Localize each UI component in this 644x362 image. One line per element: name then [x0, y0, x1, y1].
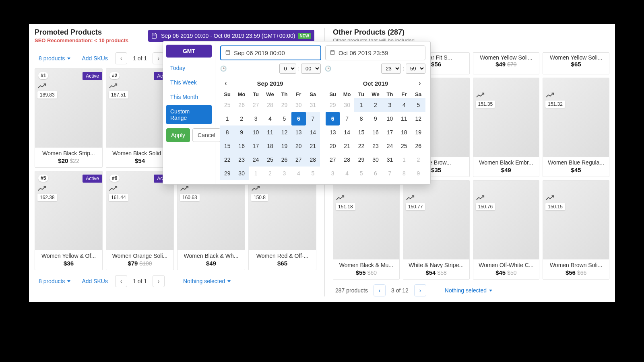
calendar-day[interactable]: 16: [234, 139, 248, 153]
product-card[interactable]: #1Active189.83Women Black Strip...$20$22: [35, 68, 103, 168]
start-min-select[interactable]: 00: [301, 64, 321, 74]
calendar-day[interactable]: 20: [326, 139, 340, 153]
pager-prev[interactable]: ‹: [115, 52, 127, 64]
product-card[interactable]: 160.63Women Black & Wh...$49: [177, 171, 245, 270]
preset-this-week[interactable]: This Week: [166, 76, 212, 89]
calendar-day[interactable]: 9: [368, 112, 382, 125]
calendar-day[interactable]: 4: [340, 167, 354, 180]
calendar-day[interactable]: 26: [411, 139, 425, 153]
timezone-button[interactable]: GMT: [166, 45, 212, 58]
calendar-day[interactable]: 3: [277, 167, 291, 180]
calendar-day[interactable]: 14: [340, 125, 354, 139]
calendar-day[interactable]: 30: [340, 98, 354, 112]
calendar-day[interactable]: 12: [411, 112, 425, 125]
calendar-day[interactable]: 4: [263, 112, 277, 125]
calendar-day[interactable]: 28: [340, 153, 354, 167]
calendar-day[interactable]: 1: [220, 112, 234, 125]
product-card[interactable]: 151.32Women Blue Regula...$45: [543, 78, 609, 177]
calendar-day[interactable]: 1: [249, 167, 263, 180]
product-card[interactable]: #5Active162.38Women Yellow & Of...$36: [35, 171, 103, 270]
preset-this-month[interactable]: This Month: [166, 90, 212, 103]
calendar-day[interactable]: 24: [249, 153, 263, 167]
pager-next[interactable]: ›: [414, 284, 426, 296]
calendar-day[interactable]: 1: [354, 98, 368, 112]
calendar-day[interactable]: 5: [354, 167, 368, 180]
calendar-day[interactable]: 28: [306, 153, 320, 167]
products-count-dropdown[interactable]: 8 products: [35, 276, 74, 287]
calendar-day[interactable]: 27: [326, 153, 340, 167]
calendar-day[interactable]: 22: [354, 139, 368, 153]
calendar-day[interactable]: 29: [354, 153, 368, 167]
calendar-day[interactable]: 13: [326, 125, 340, 139]
calendar-day[interactable]: 12: [277, 125, 291, 139]
calendar-day[interactable]: 18: [397, 125, 411, 139]
pager-next[interactable]: ›: [153, 275, 165, 287]
start-date-input[interactable]: Sep 06 2019 00:00: [220, 45, 321, 60]
calendar-day[interactable]: 3: [383, 98, 397, 112]
calendar-day[interactable]: 10: [249, 125, 263, 139]
calendar-day[interactable]: 25: [263, 153, 277, 167]
calendar-day[interactable]: 5: [306, 167, 320, 180]
product-card[interactable]: 150.76Women Off-White C...$45$50: [473, 180, 540, 280]
calendar-day[interactable]: 28: [263, 98, 277, 112]
calendar-day[interactable]: 26: [234, 98, 248, 112]
products-count-dropdown[interactable]: 8 products: [35, 53, 74, 64]
calendar-day[interactable]: 24: [383, 139, 397, 153]
calendar-day[interactable]: 27: [291, 153, 305, 167]
calendar-day[interactable]: 3: [326, 167, 340, 180]
start-hour-select[interactable]: 0: [279, 64, 296, 74]
product-card-mini[interactable]: Women Yellow Soli...$65: [543, 52, 609, 74]
calendar-day[interactable]: 17: [383, 125, 397, 139]
calendar-day[interactable]: 29: [326, 98, 340, 112]
calendar-day[interactable]: 31: [306, 98, 320, 112]
calendar-day[interactable]: 16: [368, 125, 382, 139]
date-range-bar[interactable]: Sep 06 2019 00:00 - Oct 06 2019 23:59 (G…: [148, 30, 314, 42]
product-card[interactable]: 150.77White & Navy Stripe...$54$58: [403, 180, 470, 280]
calendar-day[interactable]: 23: [234, 153, 248, 167]
next-month-button[interactable]: ›: [414, 78, 425, 89]
calendar-day[interactable]: 1: [397, 153, 411, 167]
calendar-day[interactable]: 7: [340, 112, 354, 125]
product-card-mini[interactable]: Women Yellow Soli...$49$79: [473, 52, 540, 74]
calendar-day[interactable]: 13: [291, 125, 305, 139]
calendar-day[interactable]: 7: [383, 167, 397, 180]
calendar-day[interactable]: 4: [397, 98, 411, 112]
product-card[interactable]: #6Active161.44Women Orange Soli...$79$10…: [106, 171, 174, 270]
calendar-day[interactable]: 8: [220, 125, 234, 139]
calendar-day[interactable]: 22: [220, 153, 234, 167]
calendar-day[interactable]: 15: [354, 125, 368, 139]
calendar-day[interactable]: 6: [291, 112, 305, 125]
calendar-day[interactable]: 11: [397, 112, 411, 125]
calendar-day[interactable]: 21: [306, 139, 320, 153]
calendar-day[interactable]: 19: [277, 139, 291, 153]
calendar-day[interactable]: 19: [411, 125, 425, 139]
product-card[interactable]: 150.8Women Red & Off-...$65: [248, 171, 316, 270]
calendar-day[interactable]: 2: [263, 167, 277, 180]
calendar-day[interactable]: 23: [368, 139, 382, 153]
add-skus-button[interactable]: Add SKUs: [78, 276, 112, 287]
calendar-day[interactable]: 8: [397, 167, 411, 180]
calendar-day[interactable]: 6: [368, 167, 382, 180]
calendar-day[interactable]: 9: [234, 125, 248, 139]
calendar-day[interactable]: 29: [220, 167, 234, 180]
calendar-day[interactable]: 11: [263, 125, 277, 139]
calendar-day[interactable]: 3: [249, 112, 263, 125]
calendar-day[interactable]: 25: [397, 139, 411, 153]
calendar-day[interactable]: 20: [291, 139, 305, 153]
calendar-day[interactable]: 9: [411, 167, 425, 180]
calendar-day[interactable]: 7: [306, 112, 320, 125]
calendar-day[interactable]: 2: [411, 153, 425, 167]
nothing-selected-dropdown[interactable]: Nothing selected: [441, 285, 496, 296]
calendar-day[interactable]: 30: [234, 167, 248, 180]
end-date-input[interactable]: Oct 06 2019 23:59: [325, 45, 425, 60]
calendar-day[interactable]: 14: [306, 125, 320, 139]
product-card[interactable]: 150.15Women Brown Soli...$56$66: [543, 180, 609, 280]
end-hour-select[interactable]: 23: [381, 64, 401, 74]
product-card[interactable]: 151.35Women Black Embr...$49: [473, 78, 540, 177]
end-min-select[interactable]: 59: [406, 64, 425, 74]
calendar-day[interactable]: 25: [220, 98, 234, 112]
calendar-day[interactable]: 4: [291, 167, 305, 180]
prev-month-button[interactable]: ‹: [220, 78, 231, 89]
calendar-day[interactable]: 8: [354, 112, 368, 125]
calendar-day[interactable]: 6: [326, 112, 340, 125]
